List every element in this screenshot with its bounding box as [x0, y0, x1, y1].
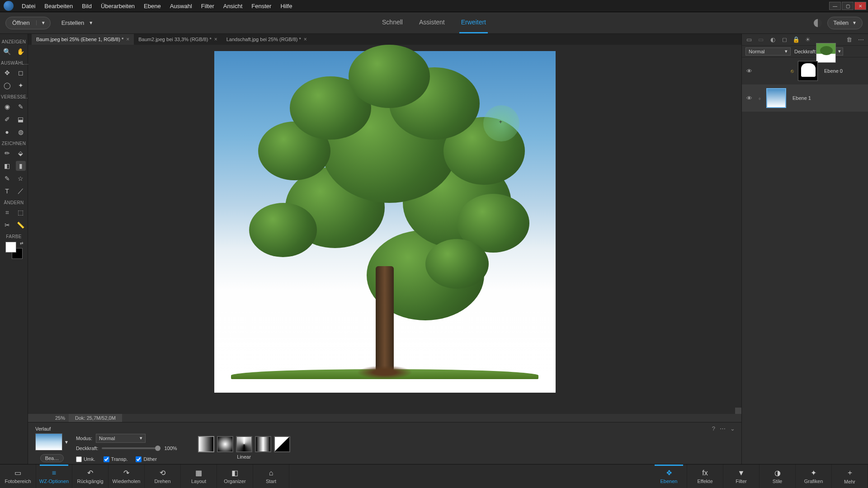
sponge-tool-icon[interactable]: ◍ [16, 127, 26, 137]
create-button[interactable]: Erstellen ▼ [61, 19, 93, 26]
bottombar-wiederholen[interactable]: ↷Wiederholen [108, 465, 145, 488]
paint-bucket-tool-icon[interactable]: ⬙ [16, 148, 26, 158]
document-tab[interactable]: Landschaft.jpg bei 25% (RGB/8) *× [222, 34, 311, 45]
adjustment-icon[interactable]: ◐ [769, 36, 776, 43]
delete-layer-icon[interactable]: 🗑 [845, 36, 853, 43]
bottombar-wz-optionen[interactable]: ≡WZ-Optionen [36, 465, 72, 488]
reverse-checkbox[interactable]: Umk. [76, 456, 95, 462]
zoom-level[interactable]: 25% [28, 414, 69, 422]
hand-tool-icon[interactable]: ✋ [16, 47, 26, 56]
menu-datei[interactable]: Datei [17, 3, 40, 9]
document-tab[interactable]: Baum.jpeg bei 25% (Ebene 1, RGB/8) *× [32, 34, 134, 45]
layer-thumbnail[interactable] [766, 88, 786, 108]
scrollbar-corner[interactable] [735, 408, 741, 414]
menu-bild[interactable]: Bild [77, 3, 96, 9]
mask-icon[interactable]: ◻ [781, 36, 788, 43]
bottombar-mehr[interactable]: ＋Mehr [832, 465, 868, 488]
gradient-diamond[interactable] [274, 436, 290, 452]
eraser-tool-icon[interactable]: ◧ [2, 161, 12, 171]
lasso-tool-icon[interactable]: ◯ [2, 80, 12, 90]
gradient-reflected[interactable] [255, 436, 271, 452]
content-aware-tool-icon[interactable]: ✂ [2, 220, 12, 230]
menu-bearbeiten[interactable]: Bearbeiten [40, 3, 77, 9]
close-tab-icon[interactable]: × [304, 36, 307, 42]
layer-thumbnail[interactable] [816, 43, 836, 63]
visibility-toggle-icon[interactable]: 👁 [745, 95, 753, 102]
bottombar-start[interactable]: ⌂Start [253, 465, 289, 488]
edit-gradient-button[interactable]: Bea… [40, 454, 64, 462]
clone-stamp-tool-icon[interactable]: ⬓ [16, 114, 26, 124]
move-tool-icon[interactable]: ✥ [2, 68, 12, 78]
share-button[interactable]: Teilen ▼ [827, 17, 863, 29]
swap-colors-icon[interactable]: ⇄ [20, 241, 24, 245]
mode-tab-erweitert[interactable]: Erweitert [459, 12, 488, 33]
layer-row[interactable]: 👁 ⬨ Ebene 1 [742, 84, 868, 112]
open-button[interactable]: Öffnen ▼ [5, 17, 51, 29]
close-window-button[interactable]: ✕ [854, 2, 866, 10]
new-layer-icon[interactable]: ▭ [745, 36, 753, 43]
straighten-tool-icon[interactable]: 📏 [16, 220, 26, 230]
menu-auswahl[interactable]: Auswahl [165, 3, 197, 9]
type-tool-icon[interactable]: T [2, 186, 12, 196]
close-tab-icon[interactable]: × [126, 36, 129, 42]
theme-toggle-icon[interactable] [814, 19, 822, 27]
bottombar-filter[interactable]: ▼Filter [723, 465, 760, 488]
mask-link-icon[interactable]: ⎋ [790, 68, 794, 74]
gradient-caret-icon[interactable]: ▼ [64, 440, 69, 445]
menu-ebene[interactable]: Ebene [139, 3, 165, 9]
menu-überarbeiten[interactable]: Überarbeiten [96, 3, 139, 9]
gradient-preview[interactable] [35, 433, 62, 450]
mode-tab-schnell[interactable]: Schnell [380, 12, 405, 33]
transparency-checkbox[interactable]: Transp. [104, 456, 128, 462]
menu-filter[interactable]: Filter [197, 3, 219, 9]
bottombar-stile[interactable]: ◑Stile [760, 465, 796, 488]
link-icon[interactable]: ☀ [804, 36, 811, 43]
marquee-tool-icon[interactable]: ◻ [16, 68, 26, 78]
foreground-color-swatch[interactable] [5, 242, 16, 253]
maximize-button[interactable]: ▢ [842, 2, 854, 10]
mode-tab-assistent[interactable]: Assistent [417, 12, 447, 33]
layer-row[interactable]: 👁 ⎋ Ebene 0 [742, 57, 868, 84]
bottombar-organizer[interactable]: ◧Organizer [217, 465, 253, 488]
bottombar-effekte[interactable]: fxEffekte [687, 465, 723, 488]
eyedropper-tool-icon[interactable]: ✎ [2, 174, 12, 183]
bottombar-layout[interactable]: ▦Layout [181, 465, 217, 488]
magic-wand-tool-icon[interactable]: ✦ [16, 80, 26, 90]
bottombar-rückgängig[interactable]: ↶Rückgängig [72, 465, 108, 488]
zoom-tool-icon[interactable]: 🔍 [2, 47, 12, 56]
spot-heal-tool-icon[interactable]: ✎ [16, 102, 26, 112]
mask-thumbnail[interactable] [798, 61, 818, 81]
lock-slot[interactable]: ⬨ [756, 95, 763, 101]
open-caret-icon[interactable]: ▼ [36, 20, 50, 25]
blend-mode-select[interactable]: Normal▾ [96, 434, 146, 443]
canvas[interactable] [214, 51, 556, 393]
gradient-tool-icon[interactable]: ▮ [16, 161, 26, 171]
recompose-tool-icon[interactable]: ⬚ [16, 207, 26, 217]
layer-blend-select[interactable]: Normal▾ [745, 47, 791, 56]
gradient-linear[interactable] [198, 436, 214, 452]
shape-tool-icon[interactable]: ☆ [16, 174, 26, 183]
document-tab[interactable]: Baum2.jpeg bei 33,3% (RGB/8) *× [134, 34, 222, 45]
close-tab-icon[interactable]: × [214, 36, 217, 42]
redeye-tool-icon[interactable]: ◉ [2, 102, 12, 112]
gradient-angle[interactable] [236, 436, 252, 452]
new-group-icon[interactable]: ▭ [757, 36, 764, 43]
bottombar-drehen[interactable]: ⟲Drehen [145, 465, 181, 488]
layer-name[interactable]: Ebene 1 [793, 95, 811, 101]
brush-tool-icon[interactable]: ✏ [2, 148, 12, 158]
canvas-viewport[interactable] [28, 45, 741, 414]
menu-hilfe[interactable]: Hilfe [276, 3, 297, 9]
dither-checkbox[interactable]: Dither [136, 456, 156, 462]
gradient-radial[interactable] [217, 436, 233, 452]
more-icon[interactable]: ⋯ [720, 425, 726, 432]
bottombar-fotobereich[interactable]: ▭Fotobereich [0, 465, 36, 488]
menu-ansicht[interactable]: Ansicht [219, 3, 247, 9]
bottombar-grafiken[interactable]: ✦Grafiken [796, 465, 832, 488]
smart-brush-tool-icon[interactable]: ✐ [2, 114, 12, 124]
pencil-tool-icon[interactable]: ／ [16, 186, 26, 196]
menu-fenster[interactable]: Fenster [247, 3, 276, 9]
bottombar-ebenen[interactable]: ❖Ebenen [651, 465, 687, 488]
minimize-button[interactable]: — [829, 2, 841, 10]
color-swatch[interactable]: ⇄ [5, 242, 23, 259]
collapse-icon[interactable]: ⌄ [730, 425, 735, 432]
